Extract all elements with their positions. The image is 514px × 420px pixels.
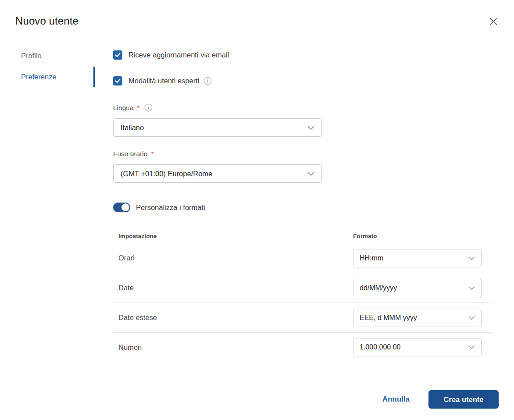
create-user-button[interactable]: Crea utente	[428, 390, 499, 409]
toggle-label: Personalizza i formati	[136, 203, 205, 212]
sidebar: Profilo Preferenze	[0, 45, 94, 373]
preferences-panel: Riceve aggiornamenti via email Modalità …	[94, 45, 514, 420]
table-row-date-estese: Date estese EEE, d MMM yyyy	[113, 303, 492, 332]
row-setting-label: Date	[113, 284, 353, 292]
sidebar-item-label: Profilo	[21, 52, 42, 60]
table-row-date: Date dd/MM/yyyy	[113, 273, 492, 303]
timezone-label: Fuso orario *	[113, 150, 492, 158]
chevron-down-icon	[468, 314, 475, 322]
language-select[interactable]: Italiano	[113, 118, 322, 137]
field-label-text: Fuso orario	[113, 150, 147, 158]
row-setting-label: Numeri	[113, 343, 353, 352]
sidebar-item-profilo[interactable]: Profilo	[0, 45, 94, 66]
formats-table-header: Impostazione Formato	[113, 229, 492, 243]
close-button[interactable]	[487, 16, 500, 28]
checkbox-checked-icon[interactable]	[113, 76, 122, 85]
chevron-down-icon	[307, 124, 314, 132]
number-format-select[interactable]: 1.000.000,00	[353, 338, 482, 356]
table-row-orari: Orari HH:mm	[113, 243, 492, 273]
cancel-button[interactable]: Annulla	[382, 395, 410, 404]
info-icon[interactable]	[144, 103, 153, 112]
date-format-value: dd/MM/yyyy	[360, 284, 397, 292]
dialog-footer: Annulla Crea utente	[382, 390, 499, 409]
checkbox-label: Riceve aggiornamenti via email	[128, 51, 229, 59]
number-format-value: 1.000.000,00	[360, 343, 400, 351]
row-setting-label: Date estese	[113, 313, 353, 322]
required-asterisk: *	[137, 104, 140, 112]
field-label-text: Lingua	[113, 104, 134, 112]
checkbox-label: Modalità utenti esperti	[128, 77, 199, 85]
column-header-format: Formato	[353, 233, 492, 239]
time-format-select[interactable]: HH:mm	[353, 249, 482, 267]
row-setting-label: Orari	[113, 254, 353, 262]
dialog-title: Nuovo utente	[15, 15, 79, 27]
language-label: Lingua *	[113, 103, 492, 112]
timezone-select[interactable]: (GMT +01:00) Europe/Rome	[113, 164, 322, 183]
info-icon[interactable]	[203, 77, 212, 85]
new-user-dialog: Nuovo utente Profilo Preferenze Riceve a…	[0, 0, 514, 420]
chevron-down-icon	[468, 254, 475, 262]
sidebar-item-preferenze[interactable]: Preferenze	[0, 66, 94, 87]
custom-formats-toggle-row[interactable]: Personalizza i formati	[113, 203, 492, 212]
date-format-select[interactable]: dd/MM/yyyy	[353, 279, 482, 297]
formats-table: Impostazione Formato Orari HH:mm	[113, 229, 492, 362]
dialog-header: Nuovo utente	[0, 0, 514, 45]
chevron-down-icon	[468, 343, 475, 351]
chevron-down-icon	[307, 170, 314, 178]
long-date-format-select[interactable]: EEE, d MMM yyyy	[353, 309, 482, 327]
close-icon	[489, 17, 498, 28]
timezone-select-value: (GMT +01:00) Europe/Rome	[121, 170, 212, 178]
long-date-format-value: EEE, d MMM yyyy	[360, 314, 417, 322]
chevron-down-icon	[468, 284, 475, 292]
language-select-value: Italiano	[121, 124, 144, 132]
column-header-setting: Impostazione	[113, 233, 353, 239]
toggle-knob	[121, 203, 129, 211]
toggle-on-switch[interactable]	[113, 203, 130, 212]
time-format-value: HH:mm	[360, 254, 383, 262]
table-row-numeri: Numeri 1.000.000,00	[113, 332, 492, 362]
email-updates-checkbox-row[interactable]: Riceve aggiornamenti via email	[113, 50, 492, 60]
dialog-body: Profilo Preferenze Riceve aggiornamenti …	[0, 45, 514, 420]
checkbox-checked-icon[interactable]	[113, 50, 122, 60]
sidebar-item-label: Preferenze	[21, 73, 57, 81]
required-asterisk: *	[151, 150, 153, 158]
expert-mode-checkbox-row[interactable]: Modalità utenti esperti	[113, 76, 492, 85]
